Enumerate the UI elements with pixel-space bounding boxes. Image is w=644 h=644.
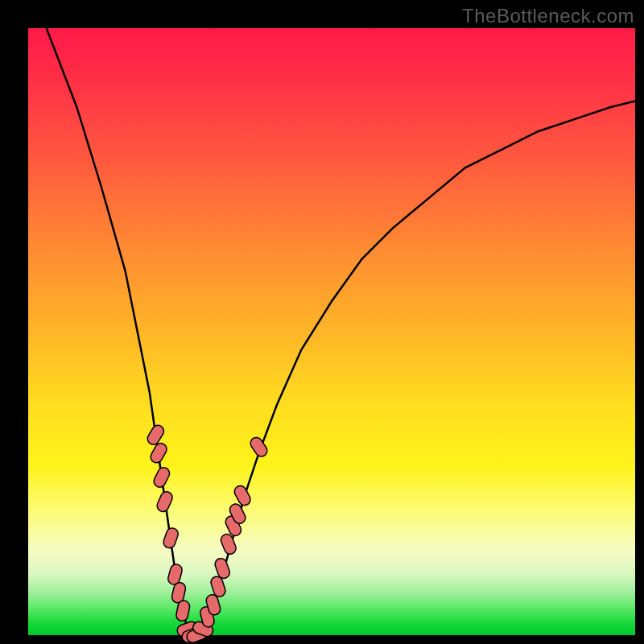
curve-marker — [159, 473, 163, 481]
chart-frame: TheBottleneck.com — [0, 0, 644, 644]
curve-marker — [236, 510, 240, 518]
curve-marker — [154, 431, 159, 439]
curve-marker — [241, 492, 245, 500]
curve-marker — [227, 540, 230, 548]
curve-marker — [174, 570, 176, 579]
curve-marker — [232, 522, 236, 530]
curve-marker — [178, 588, 180, 597]
bottleneck-curve-svg — [28, 28, 635, 635]
watermark-text: TheBottleneck.com — [462, 5, 634, 27]
plot-area — [28, 28, 635, 635]
bottleneck-curve — [47, 28, 635, 635]
curve-markers — [154, 431, 262, 637]
curve-marker — [182, 606, 184, 615]
curve-marker — [169, 534, 172, 542]
curve-marker — [213, 601, 215, 609]
curve-marker — [221, 564, 224, 572]
curve-marker — [256, 444, 261, 451]
curve-marker — [217, 582, 219, 591]
curve-marker — [206, 613, 208, 621]
curve-marker — [199, 628, 207, 631]
curve-marker — [156, 449, 160, 457]
curve-marker — [163, 497, 167, 506]
